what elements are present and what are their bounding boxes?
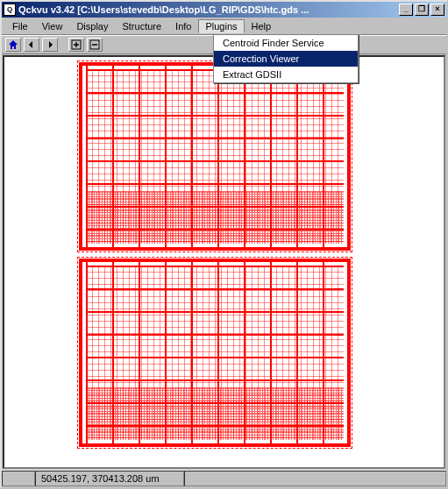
menu-help[interactable]: Help bbox=[245, 19, 279, 33]
die-top bbox=[79, 62, 351, 251]
home-icon bbox=[8, 39, 18, 50]
menu-file[interactable]: File bbox=[5, 19, 35, 33]
statusbar: 50425.197, 370413.208 um bbox=[2, 470, 446, 487]
plugins-item-extract-gdsii[interactable]: Extract GDSII bbox=[214, 67, 358, 82]
menu-structure[interactable]: Structure bbox=[115, 19, 168, 33]
minimize-button[interactable]: _ bbox=[399, 4, 413, 16]
zoom-out-button[interactable] bbox=[87, 38, 103, 52]
home-button[interactable] bbox=[5, 38, 21, 52]
minus-box-icon bbox=[89, 39, 100, 50]
status-rest bbox=[184, 471, 446, 486]
plugins-dropdown: Centroid Finder Service Correction Viewe… bbox=[213, 34, 359, 83]
menu-plugins[interactable]: Plugins bbox=[198, 19, 244, 33]
nav-forward-button[interactable] bbox=[42, 38, 58, 52]
window-title: Qckvu v3.42 [C:\Users\stevedb\Desktop\LG… bbox=[18, 4, 397, 15]
plus-box-icon bbox=[71, 39, 82, 50]
status-coords: 50425.197, 370413.208 um bbox=[35, 471, 184, 486]
layout-canvas[interactable] bbox=[3, 55, 445, 469]
menu-view[interactable]: View bbox=[35, 19, 70, 33]
arrow-left-icon bbox=[26, 39, 37, 50]
menubar: File View Display Structure Info Plugins… bbox=[2, 18, 446, 35]
maximize-button[interactable]: ❐ bbox=[415, 4, 429, 16]
arrow-right-icon bbox=[45, 39, 55, 50]
menu-display[interactable]: Display bbox=[69, 19, 115, 33]
app-icon: Q bbox=[4, 4, 16, 16]
plugins-item-correction-viewer[interactable]: Correction Viewer bbox=[214, 51, 358, 67]
zoom-in-button[interactable] bbox=[68, 38, 84, 52]
menu-info[interactable]: Info bbox=[168, 19, 198, 33]
nav-back-button[interactable] bbox=[24, 38, 39, 52]
status-left bbox=[2, 471, 35, 486]
die-bottom bbox=[79, 259, 351, 447]
close-button[interactable]: × bbox=[430, 4, 444, 16]
app-window: Q Qckvu v3.42 [C:\Users\stevedb\Desktop\… bbox=[0, 0, 448, 489]
plugins-item-centroid[interactable]: Centroid Finder Service bbox=[214, 35, 358, 51]
titlebar: Q Qckvu v3.42 [C:\Users\stevedb\Desktop\… bbox=[2, 2, 446, 18]
